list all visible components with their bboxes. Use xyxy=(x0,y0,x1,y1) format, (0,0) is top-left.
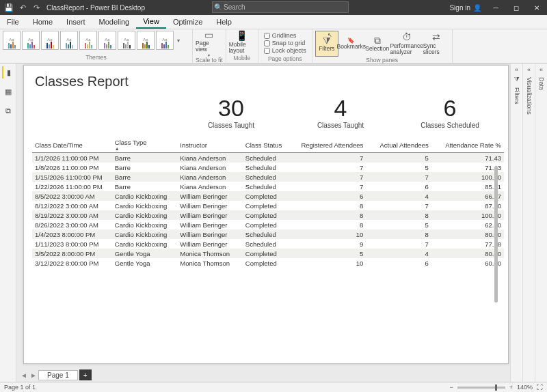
page-indicator: Page 1 of 1 xyxy=(4,384,36,391)
table-cell: 4 xyxy=(366,191,431,201)
kpi-card[interactable]: 6 Classes Scheduled xyxy=(412,95,488,129)
menu-view[interactable]: View xyxy=(136,15,166,29)
sign-in-button[interactable]: Sign in 👤 xyxy=(445,4,485,12)
selection-icon: ⧉ xyxy=(374,35,381,46)
theme-swatch[interactable]: Aa xyxy=(137,31,155,50)
window-title: ClassReport - Power BI Desktop xyxy=(46,4,145,12)
table-row[interactable]: 1/22/2026 11:00:00 PMBarreKiana Anderson… xyxy=(32,182,504,191)
kpi-card[interactable]: 30 Classes Taught xyxy=(194,95,269,129)
col-status[interactable]: Class Status xyxy=(243,137,293,153)
table-cell: Completed xyxy=(243,210,293,220)
table-cell: 10 xyxy=(293,258,366,268)
menu-help[interactable]: Help xyxy=(209,16,239,28)
table-cell: 1/8/2026 11:00:00 PM xyxy=(32,163,112,172)
filters-pane-collapsed[interactable]: « ⧩ Filters xyxy=(510,64,522,382)
table-row[interactable]: 8/26/2022 3:00:00 AMCardio KickboxingWil… xyxy=(32,220,504,229)
report-view-icon[interactable]: ▮ xyxy=(2,66,14,79)
left-nav-rail: ▮ ▦ ⧉ xyxy=(0,64,16,382)
theme-swatch[interactable]: Aa xyxy=(3,31,21,50)
model-view-icon[interactable]: ⧉ xyxy=(2,104,14,117)
zoom-slider[interactable] xyxy=(457,387,505,389)
zoom-out-icon[interactable]: − xyxy=(449,384,453,391)
save-icon[interactable]: 💾 xyxy=(4,3,14,12)
ribbon-group-themes-label: Themes xyxy=(3,54,189,61)
table-cell: 6 xyxy=(366,182,431,191)
table-cell: 7 xyxy=(366,239,431,249)
table-cell: 7 xyxy=(293,182,366,191)
close-button[interactable]: ✕ xyxy=(526,0,547,15)
report-canvas[interactable]: Classes Report 30 Classes Taught 4 Class… xyxy=(23,65,509,364)
page-view-icon: ▭ xyxy=(204,30,213,40)
bookmarks-button[interactable]: 🔖 Bookmarks xyxy=(338,31,364,57)
table-row[interactable]: 1/11/2023 8:00:00 PMCardio KickboxingWil… xyxy=(32,239,504,249)
kpi-label: Classes Taught xyxy=(303,122,378,129)
table-cell: 5 xyxy=(366,153,431,163)
table-row[interactable]: 1/15/2026 11:00:00 PMBarreKiana Anderson… xyxy=(32,172,504,182)
fit-page-icon[interactable]: ⛶ xyxy=(537,384,543,391)
menu-file[interactable]: File xyxy=(0,16,26,28)
table-row[interactable]: 8/5/2022 3:00:00 AMCardio KickboxingWill… xyxy=(32,191,504,201)
menu-optimize[interactable]: Optimize xyxy=(166,16,209,28)
table-row[interactable]: 1/8/2026 11:00:00 PMBarreKiana AndersonS… xyxy=(32,163,504,172)
table-cell: 8 xyxy=(293,210,366,220)
theme-gallery[interactable]: Aa Aa Aa Aa Aa Aa Aa Aa Aa ▾ xyxy=(3,31,189,50)
menu-home[interactable]: Home xyxy=(26,16,59,28)
table-row[interactable]: 3/12/2022 8:00:00 PMGentle YogaMonica Th… xyxy=(32,258,504,268)
theme-swatch[interactable]: Aa xyxy=(156,31,174,50)
menu-modeling[interactable]: Modeling xyxy=(92,16,137,28)
visualizations-pane-collapsed[interactable]: « Visualizations xyxy=(522,64,535,382)
table-cell: 3/5/2022 8:00:00 PM xyxy=(32,249,112,258)
col-instructor[interactable]: Instructor xyxy=(177,137,243,153)
theme-swatch[interactable]: Aa xyxy=(41,31,59,50)
snap-checkbox[interactable]: Snap to grid xyxy=(264,40,306,46)
filters-button[interactable]: ⧩ Filters ↖ xyxy=(315,31,338,57)
theme-expand-icon[interactable]: ▾ xyxy=(175,31,182,50)
maximize-button[interactable]: ◻ xyxy=(506,0,526,15)
col-classtype[interactable]: Class Type▲ xyxy=(112,137,178,153)
minimize-button[interactable]: ─ xyxy=(485,0,506,15)
canvas-wrap: Classes Report 30 Classes Taught 4 Class… xyxy=(16,64,510,382)
table-cell: 1/11/2023 8:00:00 PM xyxy=(32,239,112,249)
kpi-card[interactable]: 4 Classes Taught xyxy=(303,95,378,129)
redo-icon[interactable]: ↷ xyxy=(31,3,41,12)
data-pane-collapsed[interactable]: « Data xyxy=(535,64,547,382)
vertical-scrollbar[interactable] xyxy=(494,166,498,303)
col-datetime[interactable]: Class Date/Time xyxy=(32,137,112,153)
theme-swatch[interactable]: Aa xyxy=(22,31,40,50)
table-row[interactable]: 8/12/2022 3:00:00 AMCardio KickboxingWil… xyxy=(32,201,504,210)
status-bar: Page 1 of 1 − + 140% ⛶ xyxy=(0,382,547,392)
theme-swatch[interactable]: Aa xyxy=(118,31,135,50)
theme-swatch[interactable]: Aa xyxy=(98,31,116,50)
search-icon: 🔍 xyxy=(213,3,224,11)
theme-swatch[interactable]: Aa xyxy=(60,31,78,50)
lock-checkbox[interactable]: Lock objects xyxy=(264,47,306,54)
sync-slicers-button[interactable]: ⇄ Sync slicers xyxy=(423,31,449,57)
selection-button[interactable]: ⧉ Selection xyxy=(364,31,390,57)
table-row[interactable]: 8/19/2022 3:00:00 AMCardio KickboxingWil… xyxy=(32,210,504,220)
table-cell: Kiana Anderson xyxy=(177,163,243,172)
table-row[interactable]: 1/1/2026 11:00:00 PMBarreKiana AndersonS… xyxy=(32,153,504,163)
zoom-in-icon[interactable]: + xyxy=(509,384,513,391)
search-box[interactable]: 🔍 Search xyxy=(212,1,349,13)
table-row[interactable]: 3/5/2022 8:00:00 PMGentle YogaMonica Tho… xyxy=(32,249,504,258)
theme-swatch[interactable]: Aa xyxy=(79,31,97,50)
page-view-button[interactable]: ▭ Page view ▾ xyxy=(196,31,222,57)
gridlines-checkbox[interactable]: Gridlines xyxy=(264,32,306,39)
performance-analyzer-button[interactable]: ⏱ Performance analyzer xyxy=(390,31,423,57)
col-rate[interactable]: Attendance Rate % xyxy=(431,137,504,153)
table-cell: 5 xyxy=(366,163,431,172)
table-cell: Completed xyxy=(243,249,293,258)
add-page-button[interactable]: + xyxy=(79,369,92,380)
page-tab[interactable]: Page 1 xyxy=(38,370,78,380)
data-table[interactable]: Class Date/Time Class Type▲ Instructor C… xyxy=(32,137,504,268)
menu-insert[interactable]: Insert xyxy=(59,16,92,28)
mobile-layout-button[interactable]: 📱 Mobile layout xyxy=(229,31,255,55)
col-actual[interactable]: Actual Attendees xyxy=(366,137,431,153)
table-cell: 1/1/2026 11:00:00 PM xyxy=(32,153,112,163)
tab-prev-icon[interactable]: ◄ xyxy=(19,372,29,379)
table-row[interactable]: 1/4/2023 8:00:00 PMCardio KickboxingWill… xyxy=(32,229,504,239)
tab-next-icon[interactable]: ► xyxy=(29,372,38,379)
table-view-icon[interactable]: ▦ xyxy=(2,85,14,98)
col-registered[interactable]: Registered Attendees xyxy=(293,137,366,153)
undo-icon[interactable]: ↶ xyxy=(18,3,27,12)
